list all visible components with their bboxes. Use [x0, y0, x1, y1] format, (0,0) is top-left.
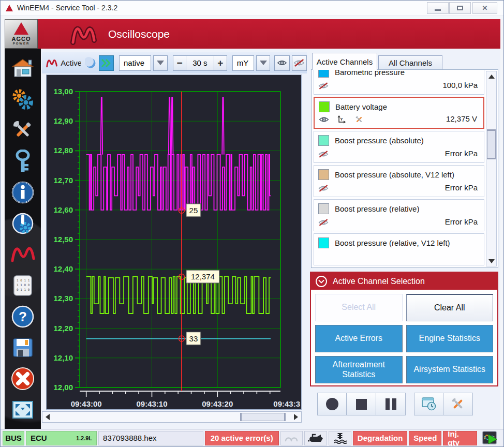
active-errors-button[interactable]: Active Errors [315, 325, 403, 352]
degradation-badge[interactable]: Degradation [353, 431, 408, 445]
svg-text:12,30: 12,30 [53, 294, 73, 303]
agco-triangle-icon [14, 22, 28, 35]
channel-row[interactable]: Battery voltageY12,375 V [314, 97, 484, 129]
sidebar-item-parameter-matrix[interactable]: 1 0 1 11 1 0 00 1 1 0 [9, 273, 36, 297]
channel-name: Boost pressure (relative) [335, 204, 419, 213]
sidebar-item-service-info[interactable] [9, 211, 36, 235]
maximize-button[interactable] [449, 2, 471, 14]
y-scale-icon[interactable]: Y [336, 115, 347, 124]
channel-row[interactable]: Boost pressure (relative, V12 left) [314, 233, 484, 265]
oscilloscope-chart[interactable]: 13,0012,9012,8012,7012,6012,5012,4012,30… [46, 74, 302, 410]
channel-row[interactable]: Boost pressure (absolute, V12 left)Error… [314, 165, 484, 197]
channel-row[interactable]: Boost pressure (absolute)Error kPa [314, 131, 484, 163]
tab-label: All Channels [389, 58, 432, 67]
engine-statistics-button[interactable]: Engine Statistics [406, 325, 494, 352]
channel-name: Boost pressure (absolute) [335, 136, 424, 145]
h-scroll-thumb[interactable] [240, 413, 286, 421]
unit-dropdown-button[interactable] [256, 55, 271, 71]
sidebar-item-oscilloscope[interactable] [9, 242, 36, 266]
timespan-plus-button[interactable]: + [214, 55, 227, 71]
ecu-version: 1.2.9L [76, 435, 92, 441]
unit-select[interactable]: mY [232, 55, 254, 71]
eye-slash-icon[interactable] [318, 150, 329, 159]
coolant-temp-indicator [329, 431, 351, 445]
airsystem-statistics-button[interactable]: Airsystem Statistics [406, 356, 494, 383]
pause-icon [386, 398, 396, 410]
aftertreatment-statistics-button[interactable]: Aftertreatment Statistics [315, 356, 403, 383]
channel-value: Error kPa [445, 217, 478, 226]
hide-all-button[interactable] [292, 55, 307, 71]
sidebar-item-save[interactable] [9, 335, 36, 360]
channel-list: Barometric pressure100,0 kPaBattery volt… [311, 69, 498, 268]
channel-value: Error kPa [445, 183, 478, 192]
app-window: WinEEM4 - Service Tool - 2.3.2 ✕ AGCO PO… [0, 0, 504, 447]
channel-color-swatch [318, 69, 329, 78]
eye-icon[interactable] [318, 115, 330, 124]
scroll-left-button[interactable] [42, 412, 53, 422]
scroll-up-button[interactable] [486, 71, 496, 81]
scope-settings-button[interactable] [443, 393, 473, 415]
oil-can-icon [307, 433, 324, 443]
channel-color-swatch [318, 169, 329, 180]
chart-h-scrollbar[interactable] [42, 411, 302, 423]
close-button[interactable]: ✕ [472, 2, 497, 14]
eye-slash-icon[interactable] [318, 184, 329, 193]
monitor-button[interactable] [479, 431, 501, 445]
svg-text:13,00: 13,00 [53, 87, 73, 96]
stop-button[interactable] [347, 393, 376, 415]
svg-text:25: 25 [189, 206, 198, 215]
minimize-button[interactable] [427, 2, 449, 14]
v-scroll-thumb[interactable] [487, 129, 496, 159]
sidebar-item-home[interactable] [9, 56, 36, 80]
scroll-right-button[interactable] [291, 412, 301, 422]
channel-row[interactable]: Boost pressure (relative)Error kPa [314, 199, 484, 231]
sidebar-item-help[interactable]: ? [9, 304, 36, 329]
glow-plug-icon [284, 434, 300, 442]
clear-all-button[interactable]: Clear All [406, 294, 494, 321]
show-all-button[interactable] [274, 55, 289, 71]
snapshot-button[interactable] [414, 393, 443, 415]
fast-forward-button[interactable] [99, 55, 114, 71]
minimize-icon [435, 9, 441, 11]
sidebar-item-exit[interactable] [9, 366, 36, 391]
tab-all-channels[interactable]: All Channels [378, 55, 442, 70]
eye-slash-icon[interactable] [318, 81, 329, 91]
channel-name: Boost pressure (absolute, V12 left) [335, 170, 454, 179]
svg-text:12,50: 12,50 [53, 235, 73, 244]
svg-text:Y: Y [340, 117, 343, 122]
tab-active-channels[interactable]: Active Channels [312, 53, 377, 70]
svg-text:09:43:00: 09:43:00 [71, 399, 102, 408]
inj-qty-badge[interactable]: Inj. qty [443, 431, 477, 445]
resolution-value: native [124, 58, 144, 67]
record-button[interactable] [317, 393, 347, 415]
sidebar-item-fullscreen[interactable] [9, 397, 36, 422]
service-info-icon [11, 212, 34, 235]
ecu-status: ECU 1.2.9L [26, 431, 97, 445]
scroll-down-button[interactable] [486, 256, 496, 266]
resolution-dropdown-button[interactable] [153, 55, 168, 71]
collapse-chevron-icon[interactable] [315, 275, 328, 288]
sidebar-item-settings[interactable] [9, 87, 36, 111]
sidebar-item-info[interactable] [9, 180, 36, 204]
sidebar-item-access[interactable] [9, 149, 36, 173]
svg-text:12,60: 12,60 [53, 205, 73, 214]
timespan-minus-button[interactable]: − [173, 55, 186, 71]
title-bar[interactable]: WinEEM4 - Service Tool - 2.3.2 ✕ [1, 1, 503, 16]
pause-button[interactable] [376, 393, 406, 415]
channel-list-scrollbar[interactable] [486, 71, 497, 266]
speed-badge[interactable]: Speed [409, 431, 441, 445]
select-all-button[interactable]: Select All [315, 294, 403, 321]
panel-header[interactable]: Active Channel Selection [311, 273, 497, 290]
sidebar-item-tools[interactable] [9, 118, 36, 142]
panel-title: Active Channel Selection [333, 277, 425, 286]
channel-settings-icon[interactable] [353, 115, 365, 124]
channel-row[interactable]: Barometric pressure100,0 kPa [314, 69, 484, 95]
live-update-crescent-icon[interactable] [85, 56, 96, 70]
ecu-label: ECU [31, 434, 47, 442]
eye-slash-icon[interactable] [318, 218, 329, 227]
resolution-select[interactable]: native [119, 55, 151, 71]
help-icon: ? [11, 305, 34, 328]
coolant-temp-icon [333, 433, 347, 444]
recording-controls [317, 393, 473, 415]
active-errors-badge[interactable]: 20 active error(s) [205, 431, 279, 445]
